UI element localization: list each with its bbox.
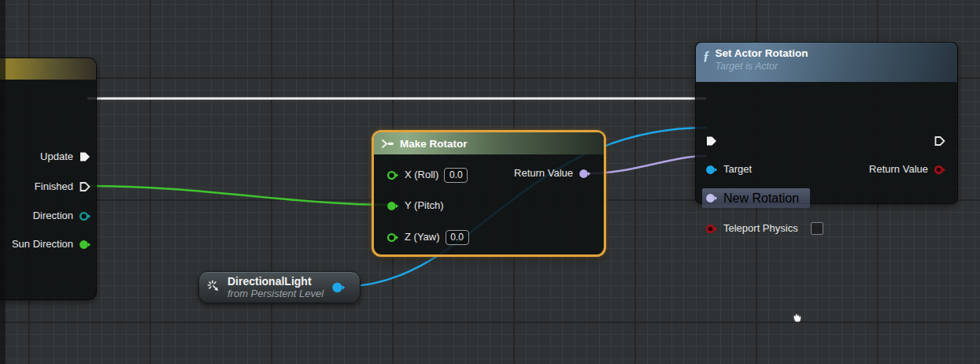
- x-roll-value-input[interactable]: 0.0: [444, 168, 468, 183]
- bool-pin-icon[interactable]: [705, 223, 718, 235]
- exec-pin-icon[interactable]: [79, 180, 91, 193]
- float-pin-icon[interactable]: [386, 200, 399, 212]
- pin-row-direction[interactable]: Direction: [33, 208, 91, 224]
- float-pin-icon[interactable]: [79, 239, 91, 251]
- pin-row-finished[interactable]: Finished: [35, 179, 91, 195]
- float-pin-icon[interactable]: [386, 169, 399, 181]
- timeline-node[interactable]: Update Finished Direction Sun Direction: [0, 58, 97, 300]
- set-actor-rotation-subtitle: Target is Actor: [716, 61, 808, 72]
- pin-row-update[interactable]: Update: [40, 149, 91, 165]
- pin-row-rotator-return-value[interactable]: Return Value: [514, 165, 591, 181]
- viewport-edge-strip: [0, 0, 6, 364]
- make-struct-icon: [381, 139, 394, 149]
- pin-label-teleport-physics: Teleport Physics: [723, 221, 798, 236]
- directional-light-title: DirectionalLight: [227, 276, 324, 288]
- pin-row-x-roll[interactable]: X (Roll) 0.0: [386, 167, 468, 183]
- pin-row-new-rotation[interactable]: New Rotation: [702, 188, 810, 208]
- object-pin-icon[interactable]: [331, 281, 346, 294]
- pin-row-y-pitch[interactable]: Y (Pitch): [386, 198, 444, 214]
- directional-light-node[interactable]: DirectionalLight from Persistent Level: [198, 271, 361, 303]
- pin-label-y-pitch: Y (Pitch): [405, 198, 444, 214]
- teleport-physics-checkbox[interactable]: [811, 222, 823, 235]
- make-rotator-node[interactable]: Make Rotator X (Roll) 0.0 Y (Pitch) Z (Y…: [372, 130, 606, 257]
- float-pin-icon[interactable]: [386, 232, 399, 243]
- exec-pin-icon[interactable]: [934, 135, 946, 147]
- pin-label-rotator-return-value: Return Value: [514, 165, 573, 181]
- pin-row-sun-direction[interactable]: Sun Direction: [12, 236, 91, 252]
- pin-label-x-roll: X (Roll): [405, 167, 438, 183]
- pin-label-update: Update: [40, 149, 73, 165]
- exec-pin-icon[interactable]: [79, 150, 91, 163]
- rotator-pin-icon[interactable]: [705, 192, 718, 204]
- pin-label-direction: Direction: [33, 208, 73, 224]
- timeline-node-titlebar[interactable]: [0, 58, 96, 80]
- grab-cursor-icon: [790, 310, 806, 326]
- rotator-wire-returnvalue-to-newrotation: [590, 156, 706, 173]
- bool-pin-icon[interactable]: [934, 164, 946, 176]
- pin-label-bool-return-value: Return Value: [869, 162, 928, 177]
- pin-row-target[interactable]: Target: [705, 162, 752, 177]
- make-rotator-titlebar[interactable]: Make Rotator: [374, 132, 604, 154]
- pin-label-finished: Finished: [35, 179, 73, 195]
- object-pin-icon[interactable]: [705, 164, 718, 176]
- set-actor-rotation-title-text: Set Actor Rotation: [716, 47, 808, 59]
- pin-label-z-yaw: Z (Yaw): [405, 229, 440, 245]
- exec-pin-icon[interactable]: [705, 135, 718, 147]
- function-icon: ƒ: [703, 48, 710, 64]
- pin-label-target: Target: [723, 162, 752, 177]
- pin-label-new-rotation: New Rotation: [723, 191, 799, 206]
- pin-row-exec-in[interactable]: [705, 133, 718, 149]
- pin-label-sun-direction: Sun Direction: [12, 236, 73, 252]
- float-wire-sundirection-to-pitch: [87, 186, 394, 205]
- blueprint-graph-canvas[interactable]: Update Finished Direction Sun Direction: [0, 0, 980, 364]
- z-yaw-value-input[interactable]: 0.0: [446, 230, 469, 245]
- pin-row-teleport-physics[interactable]: Teleport Physics: [705, 221, 823, 236]
- set-actor-rotation-titlebar[interactable]: ƒ Set Actor Rotation Target is Actor: [696, 43, 957, 82]
- set-actor-rotation-node[interactable]: ƒ Set Actor Rotation Target is Actor Tar…: [695, 42, 958, 204]
- make-rotator-title-text: Make Rotator: [400, 138, 468, 150]
- pin-row-exec-out[interactable]: [934, 133, 946, 149]
- enum-pin-icon[interactable]: [79, 210, 91, 222]
- rotator-pin-icon[interactable]: [579, 168, 591, 180]
- directional-light-subtitle: from Persistent Level: [227, 288, 324, 299]
- pin-row-bool-return-value[interactable]: Return Value: [869, 162, 946, 177]
- pin-row-z-yaw[interactable]: Z (Yaw) 0.0: [386, 229, 469, 245]
- directional-light-icon: [207, 280, 223, 295]
